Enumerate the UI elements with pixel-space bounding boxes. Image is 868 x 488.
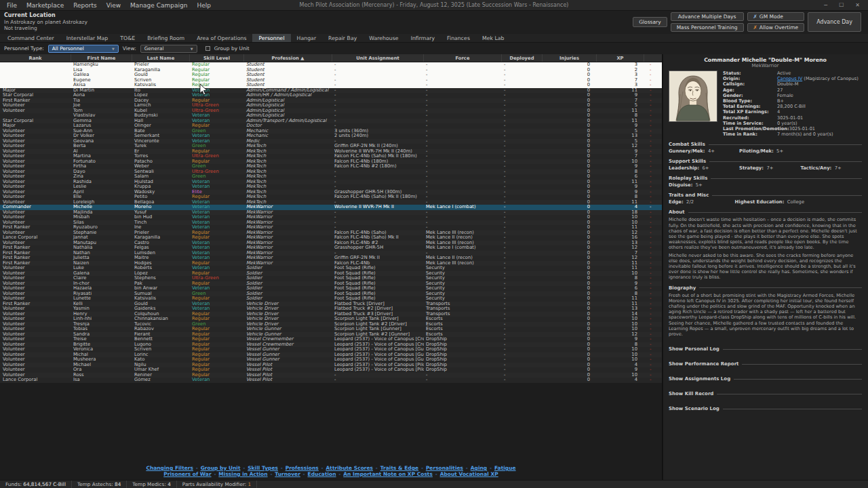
footer-link-attribute-scores[interactable]: Attribute Scores xyxy=(326,465,374,471)
personnel-row[interactable]: First RankerTiaDaceyRegularAdmin/Logisti… xyxy=(0,98,662,104)
personnel-row[interactable]: GalileaGouldRegularStudent---03- xyxy=(0,73,662,78)
personnel-row[interactable]: VolunteerGeovanaVinceronteVeteranMedic--… xyxy=(0,139,662,144)
personnel-row[interactable]: VolunteerLoreleighBellagoaVeteranMekTech… xyxy=(0,200,662,205)
advance-multiple-days-button[interactable]: Advance Multiple Days xyxy=(671,12,744,21)
personnel-row[interactable]: Star CorporalGemmaHallVeteranAdmin/Trans… xyxy=(0,119,662,124)
personnel-row[interactable]: VolunteerMusheeraKatoRegularVessel Gunne… xyxy=(0,357,662,363)
tab-infirmary[interactable]: Infirmary xyxy=(405,34,441,42)
button-show-performance-report[interactable]: Show Performance Report xyxy=(669,361,862,367)
personnel-row[interactable]: MajorDi MartinItoVeteranAdmin/Command / … xyxy=(0,88,662,94)
personnel-row[interactable]: VolunteerLukeRobertsVeteranSoldierFoot S… xyxy=(0,266,662,271)
personnel-row[interactable]: VolunteerLeslieKruppaVeteranMekTech---09… xyxy=(0,184,662,190)
tab-to-e[interactable]: TO&E xyxy=(114,34,141,42)
mass-personnel-training-button[interactable]: Mass Personnel Training xyxy=(671,23,744,32)
footer-link-education[interactable]: Education xyxy=(308,471,336,477)
personnel-row[interactable]: First RankerKelliGouldVeteranVehicle Dri… xyxy=(0,302,662,307)
column-header-deployed[interactable]: Deployed xyxy=(502,54,542,62)
tab-interstellar-map[interactable]: Interstellar Map xyxy=(60,34,114,42)
footer-link-group-by-unit[interactable]: Group by Unit xyxy=(201,465,241,471)
column-header-last-name[interactable]: Last Name xyxy=(132,54,190,62)
footer-link-prisoners-of-war[interactable]: Prisoners of War xyxy=(163,471,211,477)
personnel-row[interactable]: VolunteerHazaelabin AnwarVeteranSoldierF… xyxy=(0,286,662,291)
button-show-kill-record[interactable]: Show Kill Record xyxy=(669,391,862,396)
close-icon[interactable]: ✕ xyxy=(855,2,860,8)
column-header-xp[interactable]: XP xyxy=(597,54,644,62)
personnel-row[interactable]: VolunteerTomKubelUltra-GreenAdmin/Logist… xyxy=(0,108,662,114)
footer-link-an-important-note-on-xp-costs[interactable]: An Important Note on XP Costs xyxy=(343,471,433,477)
column-header-unit-assignment[interactable]: Unit Assignment xyxy=(332,54,424,62)
personnel-row[interactable]: VolunteerSue-AnnBateGreenMechanic3 units… xyxy=(0,129,662,134)
personnel-row[interactable]: VolunteerEllePetitoRegularMekTechFalcon … xyxy=(0,195,662,200)
personnel-row[interactable]: VolunteerHenryColquhounRegularVehicle Dr… xyxy=(0,312,662,317)
personnel-row[interactable]: Star CorporalAonaLópezVeteranAdmin/HR / … xyxy=(0,93,662,98)
footer-link-aging[interactable]: Aging xyxy=(471,465,487,471)
menu-marketplace[interactable]: Marketplace xyxy=(22,1,68,9)
personnel-row[interactable]: VolunteerBrigitteLugonoRegularVessel Cre… xyxy=(0,342,662,348)
tab-area-of-operations[interactable]: Area of Operations xyxy=(191,34,252,42)
footer-link-missing-in-action[interactable]: Missing in Action xyxy=(218,471,267,477)
personnel-row[interactable]: VolunteerGalenaLópezRegularSoldierFoot S… xyxy=(0,271,662,277)
personnel-row[interactable]: MajorLazarusOlingerRegularDoctor---09- xyxy=(0,123,662,129)
origin-link[interactable]: Canopus IV xyxy=(777,76,802,81)
personnel-row[interactable]: VolunteerJoeLamichUltra-GreenAdmin/Logis… xyxy=(0,103,662,108)
personnel-row[interactable]: VolunteerTresnjaTucovicGreenVehicle Driv… xyxy=(0,322,662,327)
tab-repair-bay[interactable]: Repair Bay xyxy=(322,34,363,42)
personnel-row[interactable]: VolunteerClaireStephensUltra-GreenSoldie… xyxy=(0,276,662,281)
personnel-row[interactable]: VolunteerDayoSentwaliUltra-GreenMekTech-… xyxy=(0,169,662,175)
personnel-row[interactable]: VolunteerFirthaWeberGreenMekTechFalcon F… xyxy=(0,164,662,169)
tab-personnel[interactable]: Personnel xyxy=(252,34,290,42)
personnel-row[interactable]: First RankerRyuzaburoIneVeteranMekWarrio… xyxy=(0,225,662,230)
personnel-row[interactable]: CommanderMichelleMorenoVeteranMekWarrior… xyxy=(0,205,662,210)
button-show-personal-log[interactable]: Show Personal Log xyxy=(669,346,862,352)
personnel-row[interactable]: VolunteerRashidaHjulstadVeteranMekTech--… xyxy=(0,180,662,185)
glossary-button[interactable]: Glossary xyxy=(633,17,667,27)
menu-reports[interactable]: Reports xyxy=(68,1,102,9)
personnel-row[interactable]: VolunteerIn-chorPakRegularSoldierFoot Sq… xyxy=(0,281,662,287)
footer-link-personalities[interactable]: Personalities xyxy=(426,465,463,471)
personnel-row[interactable]: AkisaKatsivalisRegularStudent---03- xyxy=(0,83,662,88)
personnel-row[interactable]: VolunteerSandraFierantRegularVehicle Gun… xyxy=(0,332,662,338)
tab-finances[interactable]: Finances xyxy=(441,34,476,42)
column-header-skill-level[interactable]: Skill Level xyxy=(190,54,244,62)
footer-link-fatigue[interactable]: Fatigue xyxy=(494,465,516,471)
menu-manage-campaign[interactable]: Manage Campaign xyxy=(125,1,192,9)
footer-link-turnover[interactable]: Turnover xyxy=(275,471,300,477)
gm-mode-toggle[interactable]: ✗ GM Mode xyxy=(747,12,805,21)
tab-mek-lab[interactable]: Mek Lab xyxy=(476,34,511,42)
personnel-row[interactable]: VolunteerYasminGaidenksVeteranVehicle Dr… xyxy=(0,306,662,312)
advance-day-button[interactable]: Advance Day xyxy=(808,12,861,32)
footer-link-traits-edge[interactable]: Traits & Edge xyxy=(380,465,418,471)
menu-file[interactable]: File xyxy=(2,1,22,9)
personnel-row[interactable]: Lance CorporalJannatKaraganillaRegularMe… xyxy=(0,235,662,241)
footer-link-about-vocational-xp[interactable]: About Vocational XP xyxy=(440,471,498,477)
personnel-row[interactable]: First RankerNathanLumsdenVeteranMekWarri… xyxy=(0,251,662,256)
footer-link-skill-types[interactable]: Skill Types xyxy=(248,465,278,471)
column-header-profession[interactable]: Profession ▲ xyxy=(244,54,332,62)
personnel-row[interactable]: VolunteerMajlindaYusufVeteranMekWarrior-… xyxy=(0,210,662,216)
button-show-scenario-log[interactable]: Show Scenario Log xyxy=(669,406,862,411)
personnel-row[interactable]: First RankerNaizenHodgesRegularMekWarrio… xyxy=(0,261,662,266)
tab-hangar[interactable]: Hangar xyxy=(291,34,323,42)
personnel-row[interactable]: VolunteerTobiasRabazovRegularVehicle Gun… xyxy=(0,327,662,332)
tab-briefing-room[interactable]: Briefing Room xyxy=(141,34,191,42)
personnel-row[interactable]: VolunteerTreiseBennettRegularVessel Crew… xyxy=(0,337,662,342)
personnel-row[interactable]: VolunteerZinaSalamGreenMekTech---06- xyxy=(0,174,662,180)
footer-link-changing-filters[interactable]: Changing Filters xyxy=(146,465,193,471)
personnel-row[interactable]: VolunteerDr VolkerSemerkantVeteranMechan… xyxy=(0,134,662,139)
personnel-type-select[interactable]: All Personnel ▼ xyxy=(48,45,119,53)
personnel-row[interactable]: First RankerNatháliaFelgasVeteranMekWarr… xyxy=(0,245,662,251)
tab-command-center[interactable]: Command Center xyxy=(1,34,60,42)
personnel-row[interactable]: VolunteerRossReninerRegularVessel Pilot-… xyxy=(0,373,662,378)
personnel-row[interactable]: LisaKaraganillaRegularStudent---02- xyxy=(0,68,662,73)
button-show-assignments-log[interactable]: Show Assignments Log xyxy=(669,376,862,382)
personnel-row[interactable]: VolunteerAprilWadoskyEliteMekTechGrassho… xyxy=(0,190,662,195)
personnel-row[interactable]: VolunteerBertaTurekGreenMekTechGriffin G… xyxy=(0,144,662,149)
personnel-row[interactable]: VolunteerRiyasatiSumualGreenSoldierFoot … xyxy=(0,291,662,297)
minimize-icon[interactable]: ─ xyxy=(824,2,827,8)
personnel-row[interactable]: VolunteerMisbahbin HudVeteranMekWarrior-… xyxy=(0,215,662,220)
allow-overtime-toggle[interactable]: ✗ Allow Overtime xyxy=(747,23,805,32)
personnel-row[interactable]: VolunteerOraUmar KhefRegularVessel Pilot… xyxy=(0,367,662,373)
personnel-row[interactable]: VolunteerMichalLorincRegularVessel Gunne… xyxy=(0,352,662,358)
personnel-row[interactable]: VolunteerStephaniePrielerRegularMekWarri… xyxy=(0,230,662,236)
personnel-row[interactable]: EugeneScrivenRegularStudent---07- xyxy=(0,78,662,83)
